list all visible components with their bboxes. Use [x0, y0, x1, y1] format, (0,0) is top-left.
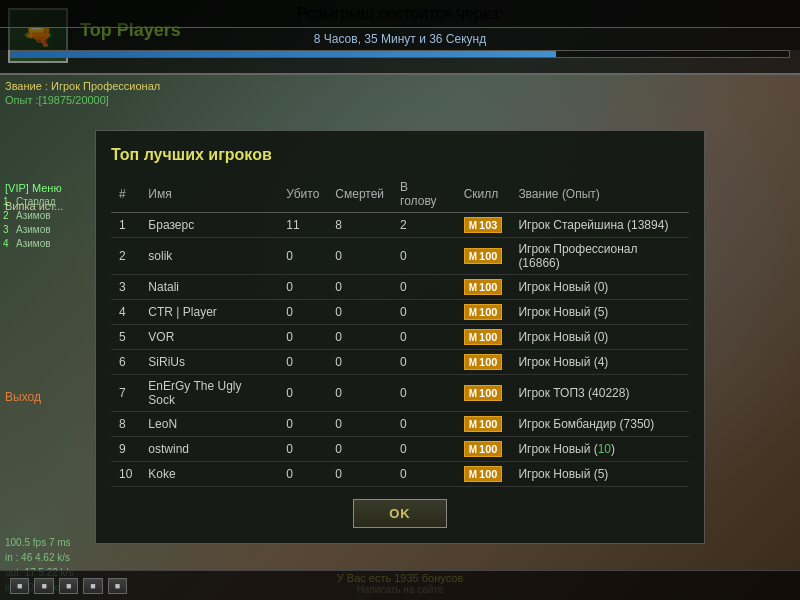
cell-headshots: 0: [392, 325, 456, 350]
ok-button[interactable]: OK: [353, 499, 447, 528]
toolbar-btn-1[interactable]: ■: [10, 578, 29, 594]
cell-num: 9: [111, 437, 140, 462]
m-icon: M: [469, 444, 477, 455]
score-row: 1 Старлад: [0, 195, 90, 208]
vip-menu-item[interactable]: [VIP] Меню: [0, 180, 85, 196]
cell-deaths: 0: [327, 437, 392, 462]
cell-headshots: 0: [392, 300, 456, 325]
cell-name: solik: [140, 238, 278, 275]
cell-kills: 0: [278, 462, 327, 487]
score-row: 4 Азимов: [0, 237, 90, 250]
skill-badge: M100: [464, 385, 503, 401]
rank-text: Игрок Новый (0): [518, 330, 608, 344]
table-row: 9 ostwind 0 0 0 M100 Игрок Новый (10): [111, 437, 689, 462]
toolbar-btn-5[interactable]: ■: [108, 578, 127, 594]
m-icon: M: [469, 307, 477, 318]
col-deaths: Смертей: [327, 176, 392, 213]
cell-name: Koke: [140, 462, 278, 487]
cell-num: 2: [111, 238, 140, 275]
score-row: 2 Азимов: [0, 209, 90, 222]
score-num: 1: [3, 196, 13, 207]
cell-deaths: 0: [327, 275, 392, 300]
table-row: 7 EnErGy The Ugly Sock 0 0 0 M100 Игрок …: [111, 375, 689, 412]
top-bar-subtitle: 8 Часов, 35 Минут и 36 Секунд: [0, 28, 800, 50]
cell-skill: M103: [456, 213, 511, 238]
cell-kills: 0: [278, 437, 327, 462]
cell-skill: M100: [456, 412, 511, 437]
table-row: 4 CTR | Player 0 0 0 M100 Игрок Новый (5…: [111, 300, 689, 325]
fps-stat: 100.5 fps 7 ms: [5, 535, 74, 550]
m-icon: M: [469, 332, 477, 343]
cell-kills: 0: [278, 238, 327, 275]
cell-kills: 0: [278, 350, 327, 375]
cell-kills: 0: [278, 300, 327, 325]
cell-skill: M100: [456, 350, 511, 375]
skill-badge: M100: [464, 304, 503, 320]
col-kills: Убито: [278, 176, 327, 213]
rank-text: Игрок Новый (0): [518, 280, 608, 294]
players-tbody: 1 Бразерс 11 8 2 M103 Игрок Старейшина (…: [111, 213, 689, 487]
col-headshots: В голову: [392, 176, 456, 213]
cell-name: EnErGy The Ugly Sock: [140, 375, 278, 412]
skill-badge: M103: [464, 217, 503, 233]
m-icon: M: [469, 388, 477, 399]
cell-headshots: 0: [392, 375, 456, 412]
cell-name: SiRiUs: [140, 350, 278, 375]
cell-deaths: 0: [327, 300, 392, 325]
cell-deaths: 0: [327, 238, 392, 275]
m-icon: M: [469, 251, 477, 262]
cell-skill: M100: [456, 325, 511, 350]
cell-deaths: 0: [327, 325, 392, 350]
table-row: 3 Natali 0 0 0 M100 Игрок Новый (0): [111, 275, 689, 300]
top-announcement-bar: Розыгрыш состоится через:: [0, 0, 800, 28]
rank-text: Игрок Новый (10): [518, 442, 615, 456]
cell-skill: M100: [456, 375, 511, 412]
cell-name: VOR: [140, 325, 278, 350]
cell-kills: 0: [278, 375, 327, 412]
cell-headshots: 0: [392, 238, 456, 275]
cell-headshots: 2: [392, 213, 456, 238]
cell-deaths: 0: [327, 375, 392, 412]
cell-headshots: 0: [392, 437, 456, 462]
rank-text: Игрок Новый (4): [518, 355, 608, 369]
modal-title: Топ лучших игроков: [111, 146, 689, 164]
rank-text: Игрок Новый (5): [518, 467, 608, 481]
table-row: 8 LeoN 0 0 0 M100 Игрок Бомбандир (7350): [111, 412, 689, 437]
cell-rank: Игрок Новый (5): [510, 462, 689, 487]
toolbar-btn-2[interactable]: ■: [34, 578, 53, 594]
cell-num: 3: [111, 275, 140, 300]
col-num: #: [111, 176, 140, 213]
players-modal: Топ лучших игроков # Имя Убито Смертей В…: [95, 130, 705, 544]
score-name: Старлад: [16, 196, 56, 207]
cell-skill: M100: [456, 300, 511, 325]
cell-num: 7: [111, 375, 140, 412]
cell-num: 4: [111, 300, 140, 325]
table-row: 6 SiRiUs 0 0 0 M100 Игрок Новый (4): [111, 350, 689, 375]
rank-text: Игрок Бомбандир (7350): [518, 417, 654, 431]
m-icon: M: [469, 419, 477, 430]
cell-name: Бразерс: [140, 213, 278, 238]
progress-bar-bg: [10, 50, 790, 58]
cell-rank: Игрок Бомбандир (7350): [510, 412, 689, 437]
cell-name: Natali: [140, 275, 278, 300]
cell-name: CTR | Player: [140, 300, 278, 325]
col-name: Имя: [140, 176, 278, 213]
score-num: 2: [3, 210, 13, 221]
cell-skill: M100: [456, 275, 511, 300]
skill-badge: M100: [464, 441, 503, 457]
cell-skill: M100: [456, 238, 511, 275]
skill-badge: M100: [464, 329, 503, 345]
cell-num: 6: [111, 350, 140, 375]
toolbar-btn-3[interactable]: ■: [59, 578, 78, 594]
toolbar-btn-4[interactable]: ■: [83, 578, 102, 594]
ok-btn-row: OK: [111, 499, 689, 528]
cell-rank: Игрок Новый (4): [510, 350, 689, 375]
progress-bar-fill: [11, 51, 556, 57]
cell-deaths: 8: [327, 213, 392, 238]
cell-rank: Игрок Новый (5): [510, 300, 689, 325]
score-name: Азимов: [16, 224, 51, 235]
cell-rank: Игрок Новый (0): [510, 275, 689, 300]
cell-deaths: 0: [327, 462, 392, 487]
cell-rank: Игрок Профессионал (16866): [510, 238, 689, 275]
exit-button[interactable]: Выход: [5, 390, 41, 404]
